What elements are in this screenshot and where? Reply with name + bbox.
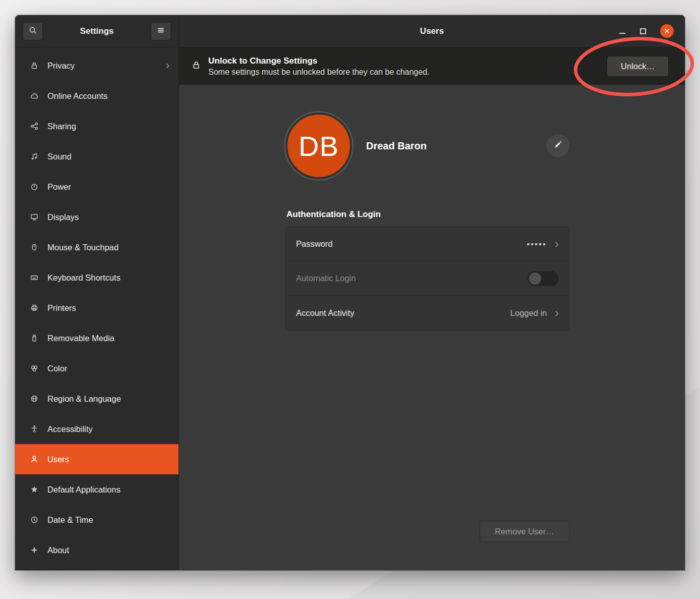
clock-icon (29, 515, 39, 525)
avatar[interactable]: DB (285, 113, 352, 179)
avatar-initials: DB (299, 130, 339, 162)
main-panel: Users ✕ Unlock to Change Settings Some s… (179, 15, 685, 570)
sidebar-item-label: About (47, 546, 69, 555)
edit-name-button[interactable] (546, 134, 569, 157)
sidebar-item-power[interactable]: Power (15, 172, 179, 202)
printer-icon (29, 303, 39, 313)
password-row[interactable]: Password ••••• › (286, 227, 569, 261)
unlock-banner: Unlock to Change Settings Some settings … (179, 47, 685, 85)
sidebar-item-label: Online Accounts (47, 91, 107, 101)
sidebar-nav: Privacy › Online Accounts S (15, 47, 179, 570)
power-icon (29, 182, 39, 192)
remove-user-button[interactable]: Remove User… (480, 521, 569, 542)
maximize-button[interactable] (640, 28, 646, 34)
color-icon (29, 363, 39, 373)
sidebar-item-label: Users (47, 455, 69, 464)
automatic-login-toggle[interactable] (528, 271, 559, 286)
sidebar-item-sound[interactable]: Sound (15, 141, 179, 172)
sidebar-item-label: Sharing (47, 122, 76, 131)
sidebar-item-label: Date & Time (47, 515, 93, 525)
sidebar-item-label: Printers (47, 303, 76, 313)
auth-heading: Authentication & Login (286, 209, 569, 220)
sidebar-item-label: Region & Language (47, 394, 121, 404)
close-button[interactable]: ✕ (660, 24, 674, 38)
user-name: Dread Baron (366, 140, 427, 152)
sidebar-item-label: Displays (47, 212, 79, 222)
usb-drive-icon (29, 333, 39, 343)
sidebar-item-keyboard-shortcuts[interactable]: Keyboard Shortcuts (15, 262, 179, 293)
automatic-login-row: Automatic Login (286, 261, 569, 296)
keyboard-icon (29, 273, 39, 283)
menu-button[interactable] (151, 22, 171, 40)
display-icon (29, 212, 39, 222)
users-content-inner: DB Dread Baron Authentication & Login (285, 85, 569, 570)
settings-window: Settings Privacy › (15, 15, 685, 570)
search-icon (28, 26, 37, 37)
search-button[interactable] (23, 22, 43, 40)
unlock-button[interactable]: Unlock… (607, 56, 669, 77)
users-icon (29, 454, 39, 464)
sidebar-item-label: Mouse & Touchpad (47, 243, 119, 252)
unlock-banner-text: Unlock to Change Settings Some settings … (208, 56, 430, 77)
sidebar: Settings Privacy › (15, 15, 179, 570)
sidebar-item-label: Sound (47, 152, 72, 161)
account-activity-row[interactable]: Account Activity Logged in › (286, 296, 569, 330)
lock-icon (29, 61, 39, 71)
toggle-knob (529, 273, 541, 285)
window-controls: ✕ (619, 24, 685, 38)
sidebar-item-printers[interactable]: Printers (15, 293, 179, 323)
cloud-icon (29, 91, 39, 101)
user-row: DB Dread Baron (285, 113, 569, 179)
sidebar-item-label: Accessibility (47, 424, 93, 434)
automatic-login-label: Automatic Login (296, 274, 356, 283)
unlock-banner-subtitle: Some settings must be unlocked before th… (208, 68, 430, 77)
sidebar-title: Settings (48, 26, 146, 36)
sidebar-item-label: Power (47, 182, 71, 192)
sidebar-item-about[interactable]: About (15, 535, 179, 565)
unlock-banner-title: Unlock to Change Settings (208, 56, 430, 66)
share-icon (29, 121, 39, 131)
star-icon (29, 484, 39, 495)
sidebar-header: Settings (15, 15, 179, 47)
sidebar-item-displays[interactable]: Displays (15, 202, 179, 232)
password-dots: ••••• (527, 240, 547, 248)
account-activity-value: Logged in (510, 308, 547, 318)
mouse-icon (29, 242, 39, 252)
minimize-button[interactable] (619, 28, 626, 35)
sidebar-item-label: Color (47, 364, 67, 373)
sidebar-item-users[interactable]: Users (15, 444, 179, 474)
password-label: Password (296, 239, 332, 249)
close-icon: ✕ (664, 27, 670, 36)
music-note-icon (29, 151, 39, 161)
globe-icon (29, 394, 39, 404)
sidebar-item-sharing[interactable]: Sharing (15, 111, 179, 141)
sidebar-item-removable-media[interactable]: Removable Media (15, 323, 179, 353)
hamburger-icon (156, 26, 165, 37)
sidebar-item-color[interactable]: Color (15, 353, 179, 384)
lock-icon (191, 60, 201, 72)
sidebar-item-label: Keyboard Shortcuts (47, 273, 121, 283)
sparkle-icon (29, 545, 39, 555)
sidebar-item-default-applications[interactable]: Default Applications (15, 474, 179, 505)
sidebar-item-region-language[interactable]: Region & Language (15, 384, 179, 414)
sidebar-item-label: Privacy (47, 61, 75, 71)
sidebar-item-mouse-touchpad[interactable]: Mouse & Touchpad (15, 232, 179, 262)
page-title: Users (179, 26, 685, 36)
sidebar-item-label: Removable Media (47, 334, 114, 343)
users-content: DB Dread Baron Authentication & Login (179, 85, 685, 570)
chevron-right-icon: › (166, 60, 169, 71)
sidebar-item-date-time[interactable]: Date & Time (15, 505, 179, 535)
accessibility-icon (29, 424, 39, 434)
auth-card: Password ••••• › Automatic Login (285, 227, 569, 331)
pencil-icon (553, 140, 562, 151)
chevron-right-icon: › (555, 238, 559, 250)
account-activity-label: Account Activity (296, 308, 355, 318)
sidebar-item-online-accounts[interactable]: Online Accounts (15, 81, 179, 111)
chevron-right-icon: › (555, 307, 559, 319)
sidebar-item-label: Default Applications (47, 485, 121, 495)
titlebar[interactable]: Users ✕ (179, 15, 685, 47)
sidebar-item-accessibility[interactable]: Accessibility (15, 414, 179, 444)
sidebar-item-privacy[interactable]: Privacy › (15, 50, 179, 81)
